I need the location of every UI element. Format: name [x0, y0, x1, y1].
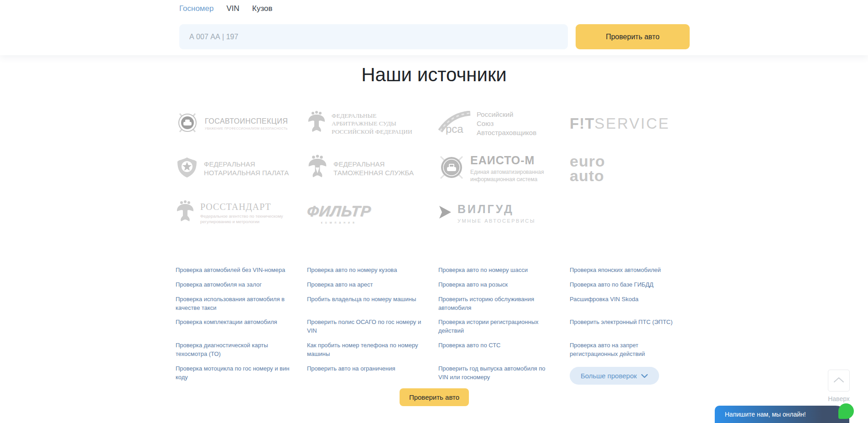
more-checks-label: Больше проверок [581, 372, 637, 380]
logo-line: Федеральное агентство по техническому [200, 214, 283, 219]
link-check[interactable]: Проверка авто на запрет регистрационных … [570, 341, 687, 359]
search-tabs: Госномер VIN Кузов [179, 4, 272, 13]
link-check[interactable]: Проверка авто по номеру шасси [438, 266, 556, 275]
logo-line: auto [570, 168, 605, 183]
logo-rsa: рса Российский Союз Автостраховщиков [438, 110, 570, 138]
logo-vilgud: ВИЛГУД УМНЫЕ АВТОСЕРВИСЫ [438, 203, 570, 224]
link-check[interactable]: Проверка авто на розыск [438, 281, 556, 289]
chat-widget-bar[interactable]: Напишите нам, мы онлайн! [715, 406, 849, 423]
logo-line: РОССИЙСКОЙ ФЕДЕРАЦИИ [332, 128, 412, 136]
logo-line: Единая автоматизированная [470, 169, 544, 176]
logo-gosavtoinspekciya: ГОСАВТОИНСПЕКЦИЯ УВАЖЕНИЕ ПРОФЕССИОНАЛИЗ… [176, 111, 307, 136]
link-check[interactable]: Проверка истории регистрационных действи… [438, 318, 556, 335]
eagle-emblem-icon [307, 110, 326, 137]
logo-line: Союз [477, 119, 536, 128]
logo-title: ФИЛЬТР [306, 203, 372, 220]
logo-title: ЕАИСТО-М [470, 154, 544, 167]
logo-line: euro [570, 154, 605, 168]
vilgud-play-icon [438, 205, 452, 221]
eaisto-car-icon [438, 154, 465, 183]
logo-fitservice: F!TSERVICE [570, 115, 701, 132]
logo-line: Российский [477, 110, 536, 119]
logo-subtitle: компания [307, 221, 371, 224]
logo-line: информационная система [470, 176, 544, 183]
logo-line: ФЕДЕРАЛЬНЫЕ [332, 112, 412, 120]
sources-title: Наши источники [0, 64, 868, 86]
logo-rosstandart: РОССТАНДАРТ Федеральное агентство по тех… [176, 199, 307, 227]
link-check[interactable]: Проверка авто на арест [307, 281, 425, 289]
logo-subtitle: УВАЖЕНИЕ ПРОФЕССИОНАЛИЗМ БЕЗОПАСНОСТЬ [205, 127, 288, 130]
chevron-down-icon [641, 372, 648, 380]
svg-text:рса: рса [446, 123, 463, 135]
gosavtoinspekciya-emblem-icon [176, 111, 199, 136]
link-check[interactable]: Проверка комплектации автомобиля [176, 318, 293, 327]
fitservice-bold-text: F!T [570, 115, 594, 132]
logo-eaisto-m: ЕАИСТО-М Единая автоматизированная инфор… [438, 154, 570, 183]
logo-federal-notary-chamber: ФЕДЕРАЛЬНАЯ НОТАРИАЛЬНАЯ ПАЛАТА [176, 156, 307, 181]
search-panel: Госномер VIN Кузов Проверить авто [0, 0, 868, 55]
link-check[interactable]: Проверить авто на ограничения [307, 365, 425, 373]
link-check[interactable]: Проверка японских автомобилей [570, 266, 687, 275]
link-check[interactable]: Проверка автомобиля на залог [176, 281, 293, 289]
logo-federal-customs-service: ФЕДЕРАЛЬНАЯ ТАМОЖЕННАЯ СЛУЖБА [307, 154, 438, 183]
tab-kuzov[interactable]: Кузов [252, 4, 273, 13]
scroll-to-top-label: Наверх [821, 395, 857, 402]
link-check[interactable]: Проверка автомобилей без VIN-номера [176, 266, 293, 275]
logo-line: АРБИТРАЖНЫЕ СУДЫ [332, 120, 412, 128]
chat-online-indicator[interactable] [838, 403, 854, 419]
link-check[interactable]: Проверить полис ОСАГО по гос номеру и VI… [307, 318, 425, 335]
rsa-road-icon: рса [438, 111, 471, 136]
link-check[interactable]: Расшифровка VIN Skoda [570, 295, 687, 304]
link-check[interactable]: Проверка диагностической карты техосмотр… [176, 341, 293, 359]
link-check[interactable]: Проверка авто по номеру кузова [307, 266, 425, 275]
link-check[interactable]: Проверить историю обслуживания автомобил… [438, 295, 556, 313]
sources-logos-grid: ГОСАВТОИНСПЕКЦИЯ УВАЖЕНИЕ ПРОФЕССИОНАЛИЗ… [176, 101, 701, 235]
check-links-grid: Проверка автомобилей без VIN-номера Пров… [176, 266, 701, 385]
search-row: Проверить авто [179, 24, 690, 49]
logo-line: регулированию и метрологии [200, 219, 283, 225]
tab-vin[interactable]: VIN [226, 4, 239, 13]
logo-line: ТАМОЖЕННАЯ СЛУЖБА [333, 168, 414, 178]
link-check[interactable]: Проверить электронный ПТС (ЭПТС) [570, 318, 687, 327]
logo-line: ФЕДЕРАЛЬНАЯ [204, 160, 289, 169]
link-check[interactable]: Проверка использования автомобиля в каче… [176, 295, 293, 313]
chat-message: Напишите нам, мы онлайн! [725, 411, 806, 418]
logo-line: Автостраховщиков [477, 128, 536, 137]
link-check[interactable]: Проверить год выпуска автомобиля по VIN … [438, 365, 556, 382]
link-check[interactable]: Проверка авто по СТС [438, 341, 556, 350]
link-check[interactable]: Проверка мотоцикла по гос номеру и вин к… [176, 365, 293, 382]
chevron-up-icon [833, 376, 845, 385]
logo-filtr: ФИЛЬТР компания [307, 203, 438, 224]
link-check[interactable]: Проверка авто по базе ГИБДД [570, 281, 687, 289]
logo-federal-arbitration-courts: ФЕДЕРАЛЬНЫЕ АРБИТРАЖНЫЕ СУДЫ РОССИЙСКОЙ … [307, 110, 438, 137]
logo-line: ФЕДЕРАЛЬНАЯ [333, 160, 414, 169]
notary-emblem-icon [176, 156, 198, 181]
check-auto-button[interactable]: Проверить авто [576, 24, 690, 49]
tab-gosnomer[interactable]: Госномер [179, 4, 213, 13]
plate-number-input[interactable] [179, 24, 568, 49]
logo-title: РОССТАНДАРТ [200, 202, 283, 212]
logo-subtitle: УМНЫЕ АВТОСЕРВИСЫ [457, 218, 535, 224]
check-auto-bottom-button[interactable]: Проверить авто [400, 388, 469, 406]
link-check[interactable]: Пробить владельца по номеру машины [307, 295, 425, 304]
link-check[interactable]: Как пробить номер телефона по номеру маш… [307, 341, 425, 359]
eagle-emblem-icon [176, 199, 195, 227]
logo-line: НОТАРИАЛЬНАЯ ПАЛАТА [204, 168, 289, 178]
scroll-to-top-button[interactable] [828, 370, 850, 392]
logo-euroauto: euro auto [570, 154, 701, 183]
eagle-emblem-icon [307, 154, 328, 183]
logo-title: ГОСАВТОИНСПЕКЦИЯ [205, 117, 288, 125]
more-checks-button[interactable]: Больше проверок [570, 367, 659, 385]
logo-title: ВИЛГУД [457, 203, 535, 216]
fitservice-light-text: SERVICE [594, 115, 670, 132]
